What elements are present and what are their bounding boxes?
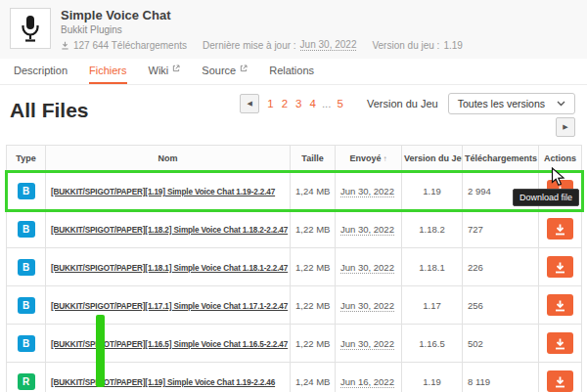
downloads-icon — [61, 41, 69, 50]
external-link-icon — [240, 65, 248, 72]
tab-source[interactable]: Source — [202, 59, 248, 84]
game-version: 1.16.5 — [402, 325, 463, 363]
release-type-badge: B — [18, 183, 35, 199]
page-numbers: 1234...5 — [263, 98, 347, 109]
file-size: 1,24 MB — [291, 172, 336, 210]
download-count: 226 — [463, 248, 539, 286]
column-header: Type — [7, 146, 46, 172]
release-type-badge: B — [18, 221, 35, 238]
release-type-badge: R — [18, 373, 35, 390]
download-count: 727 — [463, 210, 539, 248]
file-name-link[interactable]: [BUKKIT/SPIGOT/PAPER][1.16.5] Simple Voi… — [51, 340, 288, 349]
download-button[interactable] — [547, 180, 573, 201]
tab-label: Wiki — [149, 65, 169, 76]
tab-label: Source — [202, 65, 236, 76]
external-link-icon — [172, 65, 180, 72]
download-icon — [554, 223, 566, 236]
version-filter-value: Toutes les versions — [458, 98, 545, 109]
updated-date[interactable]: Jun 30, 2022 — [300, 39, 357, 51]
column-header[interactable]: Envoyé↑ — [336, 146, 402, 172]
upload-date: Jun 16, 2022 — [340, 376, 394, 388]
tab-label: Description — [14, 65, 68, 76]
project-stats: 127 644 Téléchargements Dernière mise à … — [61, 39, 463, 51]
download-icon — [554, 375, 566, 388]
release-type-badge: B — [18, 297, 35, 314]
tab-wiki[interactable]: Wiki — [149, 59, 181, 84]
upload-date: Jun 30, 2022 — [340, 224, 394, 236]
file-size: 1,22 MB — [291, 325, 336, 363]
plugin-icon — [10, 8, 51, 49]
game-version: 1.18.2 — [402, 210, 463, 248]
file-row: B[BUKKIT/SPIGOT/PAPER][1.18.1] Simple Vo… — [7, 248, 582, 286]
game-version: 1.18.1 — [402, 248, 463, 286]
page-link-4[interactable]: 4 — [306, 98, 320, 109]
download-icon — [554, 261, 566, 274]
file-name-link[interactable]: [BUKKIT/SPIGOT/PAPER][1.19] Simple Voice… — [51, 188, 275, 196]
download-count: 502 — [463, 325, 539, 363]
download-button[interactable] — [547, 332, 573, 354]
release-type-badge: B — [18, 259, 35, 276]
download-button[interactable] — [547, 218, 573, 240]
column-header: Taille — [291, 146, 336, 172]
download-count: 8 119 — [463, 363, 539, 392]
file-name-link[interactable]: [BUKKIT/SPIGOT/PAPER][1.18.1] Simple Voi… — [51, 264, 288, 273]
upload-date: Jun 30, 2022 — [340, 338, 394, 350]
tab-label: Fichiers — [89, 65, 127, 76]
game-version: 1.19 — [402, 363, 463, 392]
sort-arrow-icon: ↑ — [384, 154, 387, 163]
page-link-3[interactable]: 3 — [292, 98, 305, 109]
prev-page-button[interactable]: ◀ — [240, 94, 259, 113]
download-icon — [554, 299, 566, 312]
version-filter-label: Version du Jeu — [367, 98, 438, 109]
chevron-right-icon: ▶ — [563, 123, 567, 131]
page-link-5[interactable]: 5 — [334, 98, 347, 109]
files-table-body: B[BUKKIT/SPIGOT/PAPER][1.19] Simple Voic… — [7, 172, 582, 392]
project-header: Simple Voice Chat Bukkit Plugins 127 644… — [0, 0, 587, 59]
pagination: ◀ 1234...5 Version du Jeu Toutes les ver… — [240, 93, 575, 137]
tab-relations[interactable]: Relations — [269, 59, 314, 84]
upload-date: Jun 30, 2022 — [340, 186, 394, 197]
file-size: 1,22 MB — [291, 286, 336, 325]
tab-description[interactable]: Description — [14, 59, 68, 84]
files-header: All Files ◀ 1234...5 Version du Jeu Tout… — [0, 85, 587, 141]
file-row: B[BUKKIT/SPIGOT/PAPER][1.16.5] Simple Vo… — [7, 325, 582, 363]
project-category: Bukkit Plugins — [61, 24, 463, 35]
page-link-2[interactable]: 2 — [278, 98, 292, 109]
download-button[interactable] — [547, 256, 573, 278]
table-header-row: TypeNomTailleEnvoyé↑Version du JeuTéléch… — [7, 146, 582, 172]
file-name-link[interactable]: [BUKKIT/SPIGOT/PAPER][1.19] Simple Voice… — [51, 378, 275, 387]
file-size: 1,24 MB — [291, 363, 336, 392]
file-size: 1,22 MB — [291, 248, 336, 286]
download-icon — [554, 185, 566, 197]
page-title: All Files — [10, 99, 89, 122]
page-link-1[interactable]: 1 — [263, 98, 277, 109]
game-version: 1.19 — [402, 172, 463, 210]
file-name-link[interactable]: [BUKKIT/SPIGOT/PAPER][1.18.2] Simple Voi… — [51, 226, 288, 235]
game-version: 1.17 — [402, 286, 463, 325]
column-header: Nom — [46, 146, 291, 172]
file-name-link[interactable]: [BUKKIT/SPIGOT/PAPER][1.17.1] Simple Voi… — [51, 302, 288, 311]
version-filter-select[interactable]: Toutes les versions — [448, 93, 575, 114]
tab-label: Relations — [269, 65, 314, 76]
next-page-button[interactable]: ▶ — [556, 117, 575, 137]
column-header[interactable]: Téléchargements↑ — [463, 146, 539, 172]
download-icon — [554, 337, 566, 350]
game-version-value: 1.19 — [443, 40, 462, 51]
project-title: Simple Voice Chat — [61, 8, 463, 22]
downloads-count: 127 644 Téléchargements — [73, 40, 187, 51]
file-row: R[BUKKIT/SPIGOT/PAPER][1.19] Simple Voic… — [7, 363, 582, 392]
updated-label: Dernière mise à jour : — [203, 40, 296, 51]
file-row: B[BUKKIT/SPIGOT/PAPER][1.17.1] Simple Vo… — [7, 286, 582, 325]
tab-fichiers[interactable]: Fichiers — [89, 59, 127, 84]
column-header: Version du Jeu — [402, 146, 463, 172]
download-count: 256 — [463, 286, 539, 325]
chevron-down-icon — [557, 101, 565, 107]
upload-date: Jun 30, 2022 — [340, 300, 394, 312]
file-row: B[BUKKIT/SPIGOT/PAPER][1.19] Simple Voic… — [7, 172, 582, 210]
column-header: Actions — [539, 146, 582, 172]
file-row: B[BUKKIT/SPIGOT/PAPER][1.18.2] Simple Vo… — [7, 210, 582, 248]
download-button[interactable] — [547, 294, 573, 316]
file-size: 1,22 MB — [291, 210, 336, 248]
game-version-label: Version du jeu : — [372, 40, 439, 51]
download-button[interactable] — [547, 370, 573, 392]
